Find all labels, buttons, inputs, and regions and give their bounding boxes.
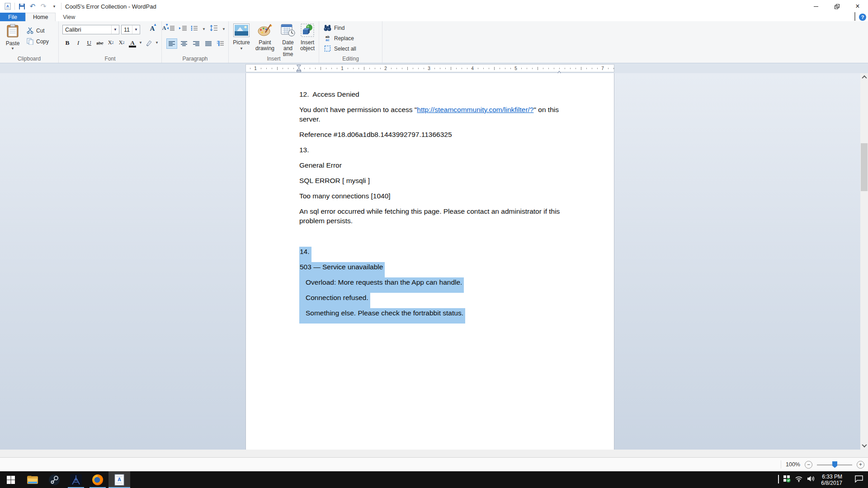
italic-button[interactable]: I [73, 38, 83, 48]
tab-home[interactable]: Home [25, 13, 56, 21]
date-and-time-button[interactable]: Date and time [278, 23, 298, 57]
paint-drawing-button[interactable]: Paint drawing [254, 23, 276, 52]
taskbar-clock[interactable]: 6:33 PM 6/8/2017 [819, 474, 844, 486]
scroll-up-button[interactable] [860, 73, 868, 81]
start-button[interactable] [0, 471, 22, 488]
tab-file[interactable]: File [0, 13, 25, 21]
ruler-number: 2 [383, 66, 388, 71]
paragraph[interactable]: Connection refused. [299, 293, 561, 302]
redo-button[interactable]: ↷ [39, 2, 47, 10]
ruler[interactable]: 1123457 [245, 64, 614, 72]
chevron-down-icon: ▾ [53, 4, 56, 9]
paragraph[interactable]: 503 — Service unavailable [299, 262, 561, 272]
window-title: Cool5's Error Collection - WordPad [65, 3, 156, 10]
tray-defender[interactable] [783, 475, 791, 484]
taskbar: A 6:33 PM [0, 471, 868, 488]
align-left-icon [169, 41, 175, 47]
justify-button[interactable] [203, 38, 214, 49]
align-center-button[interactable] [179, 38, 189, 49]
tray-wifi[interactable] [795, 476, 803, 484]
font-family-combo[interactable]: Calibri ▼ [62, 25, 119, 34]
select-all-button[interactable]: Select all [324, 45, 356, 52]
chevron-down-icon[interactable]: ▼ [155, 41, 159, 45]
selected-text: Overload: More requests than the App can… [299, 277, 464, 287]
list-button[interactable] [191, 25, 198, 33]
taskbar-file-explorer[interactable] [22, 471, 43, 488]
picture-button[interactable]: Picture ▼ [231, 23, 252, 52]
document-text: Too many connections [1040] [299, 191, 391, 201]
tab-view[interactable]: View [56, 13, 82, 21]
paragraph[interactable]: Something else. Please check the fortrab… [299, 308, 561, 318]
replace-button[interactable]: ab ac Replace [324, 34, 354, 42]
find-button[interactable]: Find [324, 24, 344, 32]
minimize-button[interactable] [806, 0, 826, 13]
increase-indent-button[interactable] [179, 25, 187, 33]
document-page[interactable]: 12. Access DeniedYou don't have permissi… [245, 73, 614, 457]
underline-button[interactable]: U [84, 38, 94, 48]
paragraph[interactable]: 14. [299, 247, 561, 256]
paragraph[interactable]: General Error [299, 160, 561, 170]
tray-expand-button[interactable] [778, 476, 779, 484]
highlight-color-button[interactable] [144, 38, 154, 48]
collapse-ribbon-button[interactable] [854, 13, 855, 21]
align-left-button[interactable] [166, 38, 177, 49]
paragraph[interactable]: Overload: More requests than the App can… [299, 277, 561, 287]
chevron-down-icon[interactable]: ▼ [138, 41, 143, 45]
ribbon-group-font: Calibri ▼ 11 ▼ A▲ A▲ B I U abc X2 X2 A ▼… [59, 21, 162, 63]
scroll-down-button[interactable] [860, 441, 868, 450]
paragraph[interactable] [299, 231, 561, 241]
save-button[interactable] [18, 2, 26, 10]
zoom-slider[interactable] [817, 461, 852, 469]
horizontal-scrollbar[interactable] [0, 450, 860, 457]
paragraph[interactable]: SQL ERROR [ mysqli ] [299, 176, 561, 185]
indent-marker[interactable] [297, 65, 302, 74]
paragraph[interactable]: 12. Access Denied [299, 89, 561, 99]
font-size-value: 11 [122, 27, 130, 33]
paste-button[interactable]: Paste ▼ [3, 24, 23, 54]
decrease-indent-button[interactable] [166, 25, 175, 33]
superscript-button[interactable]: X2 [117, 38, 127, 48]
paragraph-dialog-button[interactable] [215, 38, 226, 49]
paragraph[interactable]: Too many connections [1040] [299, 191, 561, 201]
paragraph[interactable]: 13. [299, 145, 561, 155]
chevron-down-icon[interactable]: ▼ [222, 27, 226, 31]
scrollbar-thumb[interactable] [861, 143, 868, 191]
insert-object-button[interactable]: Insert object [297, 23, 317, 52]
restore-button[interactable] [826, 0, 847, 13]
bold-button[interactable]: B [62, 38, 72, 48]
tray-volume[interactable] [807, 475, 815, 484]
help-button[interactable]: ? [859, 14, 866, 21]
undo-icon: ↶ [30, 2, 36, 10]
customize-qat-button[interactable]: ▾ [50, 2, 58, 10]
vertical-scrollbar[interactable] [860, 73, 868, 457]
font-color-button[interactable]: A [127, 38, 137, 48]
line-spacing-button[interactable] [210, 25, 218, 33]
taskbar-wordpad[interactable]: A [108, 471, 130, 488]
chevron-down-icon[interactable]: ▼ [202, 27, 206, 31]
taskbar-game[interactable] [65, 471, 87, 488]
paragraph[interactable]: An sql error occurred while fetching thi… [299, 206, 561, 225]
document-area: 12. Access DeniedYou don't have permissi… [0, 73, 868, 457]
action-center-button[interactable] [848, 475, 863, 484]
copy-button[interactable]: Copy [26, 38, 49, 45]
subscript-button[interactable]: X2 [106, 38, 116, 48]
grow-font-button[interactable]: A▲ [147, 25, 157, 33]
zoom-in-button[interactable]: + [857, 461, 864, 469]
svg-text:A: A [6, 4, 9, 8]
taskbar-firefox[interactable] [87, 471, 108, 488]
font-size-combo[interactable]: 11 ▼ [121, 25, 140, 34]
undo-button[interactable]: ↶ [28, 2, 37, 10]
strikethrough-button[interactable]: abc [95, 38, 105, 48]
ruler-number: 1 [340, 66, 344, 71]
zoom-out-button[interactable]: − [805, 461, 812, 469]
paragraph[interactable]: Reference #18.d06a1db8.1443992797.113663… [299, 130, 561, 139]
close-button[interactable]: × [847, 0, 868, 13]
document-hyperlink[interactable]: http://steamcommunity.com/linkfilter/? [417, 106, 533, 113]
align-right-button[interactable] [191, 38, 202, 49]
cut-button[interactable]: Cut [26, 27, 45, 34]
paragraph[interactable]: You don't have permission to access "htt… [299, 105, 561, 124]
zoom-slider-thumb[interactable] [832, 461, 837, 468]
redo-icon: ↷ [41, 2, 47, 10]
wordpad-app-icon: A [4, 2, 12, 10]
taskbar-steam[interactable] [43, 471, 65, 488]
